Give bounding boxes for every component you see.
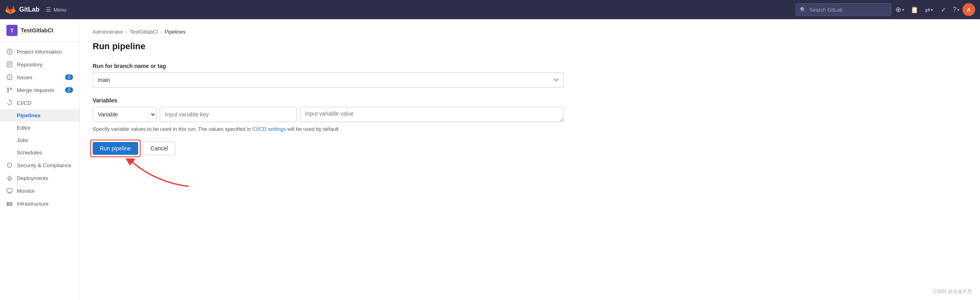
sidebar-item-schedules[interactable]: Schedules <box>0 146 79 159</box>
breadcrumb-current: Pipelines <box>165 29 186 35</box>
sidebar-item-merge-requests[interactable]: Merge requests 0 <box>0 84 79 96</box>
breadcrumb-sep-1: › <box>126 29 127 35</box>
sidebar-nav: Project information Repository Issues 0 <box>0 42 79 213</box>
sidebar-item-label: Infrastructure <box>17 201 49 207</box>
variables-section: Variables Variable File Specify variable… <box>93 97 967 132</box>
info-icon <box>6 48 13 55</box>
sidebar-item-label: Monitor <box>17 188 35 194</box>
project-avatar: T <box>6 25 18 36</box>
arrow-svg <box>125 158 196 190</box>
merge-icon <box>6 87 13 93</box>
sidebar-item-jobs[interactable]: Jobs <box>0 134 79 146</box>
sidebar: T TestGitlabCI Project information Repos… <box>0 19 80 300</box>
breadcrumb-admin[interactable]: Administrator <box>93 29 123 35</box>
help-button[interactable]: ? ▾ <box>951 3 961 16</box>
variable-key-input[interactable] <box>160 107 297 122</box>
sidebar-item-label: CI/CD <box>17 100 32 106</box>
variable-value-input[interactable] <box>300 107 564 122</box>
hamburger-icon: ☰ <box>46 6 51 13</box>
security-icon <box>6 162 13 168</box>
svg-point-19 <box>8 203 8 203</box>
menu-button[interactable]: ☰ Menu <box>43 5 70 14</box>
svg-point-11 <box>8 91 9 92</box>
merge-request-nav-button[interactable]: ⇄ ▾ <box>922 3 935 16</box>
svg-point-2 <box>10 50 10 51</box>
sidebar-item-label: Repository <box>17 62 43 68</box>
issues-badge: 0 <box>65 74 73 80</box>
run-btn-highlight-box: Run pipeline <box>93 142 138 155</box>
main-content: Administrator › TestGitlabCI › Pipelines… <box>80 19 980 300</box>
create-button[interactable]: ⊕ ▾ <box>893 3 907 16</box>
cicd-icon <box>6 100 13 106</box>
variables-label: Variables <box>93 97 967 104</box>
deployments-icon <box>6 175 13 181</box>
todo-icon: 📋 <box>911 6 919 14</box>
branch-label: Run for branch name or tag <box>93 63 967 69</box>
page-layout: T TestGitlabCI Project information Repos… <box>0 0 980 300</box>
merge-requests-badge: 0 <box>65 87 73 93</box>
infrastructure-icon <box>6 200 13 207</box>
search-box[interactable]: 🔍 Search GitLab <box>796 3 891 16</box>
sidebar-item-cicd[interactable]: CI/CD <box>0 96 79 109</box>
gitlab-wordmark: GitLab <box>19 6 40 13</box>
breadcrumb-sep-2: › <box>161 29 162 35</box>
plus-icon: ⊕ <box>895 5 901 14</box>
search-icon: 🔍 <box>800 7 806 13</box>
project-name: TestGitlabCI <box>21 27 53 34</box>
sidebar-item-editor[interactable]: Editor <box>0 122 79 134</box>
logo-area[interactable]: GitLab <box>5 4 40 15</box>
svg-point-10 <box>8 88 9 89</box>
breadcrumb: Administrator › TestGitlabCI › Pipelines <box>93 29 967 35</box>
issues-nav-button[interactable]: ✓ <box>937 3 950 16</box>
chevron-down-icon: ▾ <box>902 8 904 12</box>
merge-chevron-icon: ▾ <box>931 8 933 12</box>
topnav-right: 🔍 Search GitLab ⊕ ▾ 📋 ⇄ ▾ ✓ ? ▾ A <box>796 3 975 16</box>
search-placeholder: Search GitLab <box>809 7 843 13</box>
footer-watermark: CSDN @东坡不秃 <box>933 288 972 295</box>
sidebar-item-repository[interactable]: Repository <box>0 58 79 71</box>
branch-section: Run for branch name or tag main <box>93 63 967 88</box>
sidebar-item-label: Security & Compliance <box>17 162 71 168</box>
variables-row: Variable File <box>93 107 564 122</box>
sidebar-item-project-information[interactable]: Project information <box>0 45 79 58</box>
sidebar-item-label: Project information <box>17 49 62 55</box>
sidebar-item-issues[interactable]: Issues 0 <box>0 71 79 84</box>
svg-rect-14 <box>7 189 12 192</box>
sidebar-item-label: Issues <box>17 74 32 80</box>
variable-type-select[interactable]: Variable File <box>93 107 157 122</box>
top-nav: GitLab ☰ Menu 🔍 Search GitLab ⊕ ▾ 📋 ⇄ ▾ … <box>0 0 980 19</box>
page-title: Run pipeline <box>93 41 967 52</box>
project-header[interactable]: T TestGitlabCI <box>0 19 79 42</box>
sidebar-item-label: Merge requests <box>17 87 54 93</box>
sidebar-item-label: Pipelines <box>17 112 40 118</box>
branch-select[interactable]: main <box>93 72 564 88</box>
sidebar-item-label: Editor <box>17 125 31 131</box>
action-row: Run pipeline Cancel <box>93 142 967 155</box>
svg-point-20 <box>8 205 8 205</box>
help-text: Specify variable values to be used in th… <box>93 126 564 132</box>
cicd-settings-link[interactable]: CI/CD settings <box>252 126 286 132</box>
repo-icon <box>6 61 13 68</box>
user-avatar[interactable]: A <box>962 3 975 16</box>
run-pipeline-button[interactable]: Run pipeline <box>93 142 138 155</box>
sidebar-item-monitor[interactable]: Monitor <box>0 184 79 197</box>
gitlab-logo <box>5 4 16 15</box>
help-text-suffix: will be used by default. <box>286 126 340 132</box>
svg-point-9 <box>10 78 10 79</box>
issues-icon <box>6 74 13 80</box>
breadcrumb-project[interactable]: TestGitlabCI <box>130 29 158 35</box>
issues-nav-icon: ✓ <box>941 6 946 14</box>
sidebar-item-label: Deployments <box>17 175 48 181</box>
svg-rect-13 <box>8 179 11 180</box>
arrow-annotation <box>125 158 196 192</box>
help-chevron-icon: ▾ <box>957 8 959 12</box>
merge-request-nav-icon: ⇄ <box>925 6 930 14</box>
sidebar-item-pipelines[interactable]: Pipelines <box>0 109 79 122</box>
sidebar-item-security-compliance[interactable]: Security & Compliance <box>0 159 79 172</box>
menu-label: Menu <box>54 7 67 13</box>
todo-button[interactable]: 📋 <box>908 3 921 16</box>
cancel-button[interactable]: Cancel <box>143 142 176 155</box>
sidebar-item-infrastructure[interactable]: Infrastructure <box>0 197 79 210</box>
sidebar-item-deployments[interactable]: Deployments <box>0 172 79 184</box>
monitor-icon <box>6 188 13 194</box>
